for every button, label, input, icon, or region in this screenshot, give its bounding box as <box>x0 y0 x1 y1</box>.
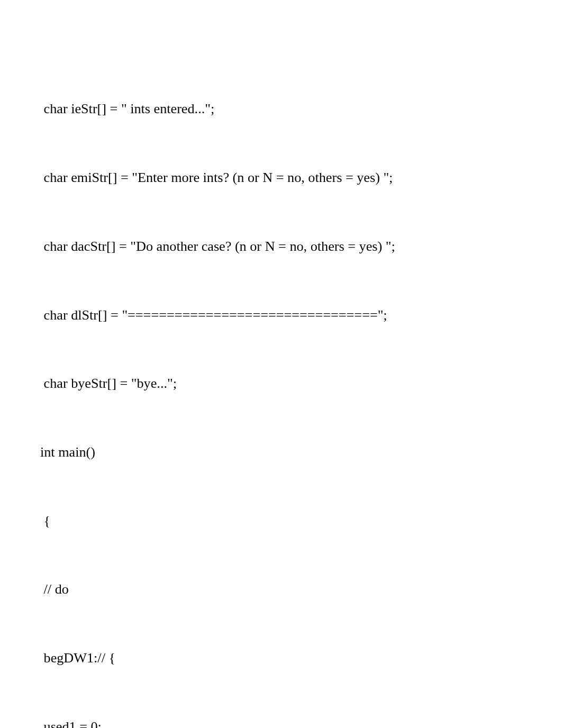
code-line: int main() <box>40 441 522 463</box>
code-line: char byeStr[] = "bye..."; <box>40 372 522 395</box>
code-line: char ieStr[] = " ints entered..."; <box>40 97 522 120</box>
code-line: char dacStr[] = "Do another case? (n or … <box>40 235 522 258</box>
code-line: begDW1:// { <box>40 647 522 669</box>
code-line: char dlStr[] = "========================… <box>40 304 522 326</box>
code-listing: char ieStr[] = " ints entered..."; char … <box>40 52 522 728</box>
code-line: { <box>40 509 522 532</box>
code-line: used1 = 0; <box>40 715 522 728</box>
code-line: char emiStr[] = "Enter more ints? (n or … <box>40 166 522 189</box>
code-line: // do <box>40 578 522 600</box>
